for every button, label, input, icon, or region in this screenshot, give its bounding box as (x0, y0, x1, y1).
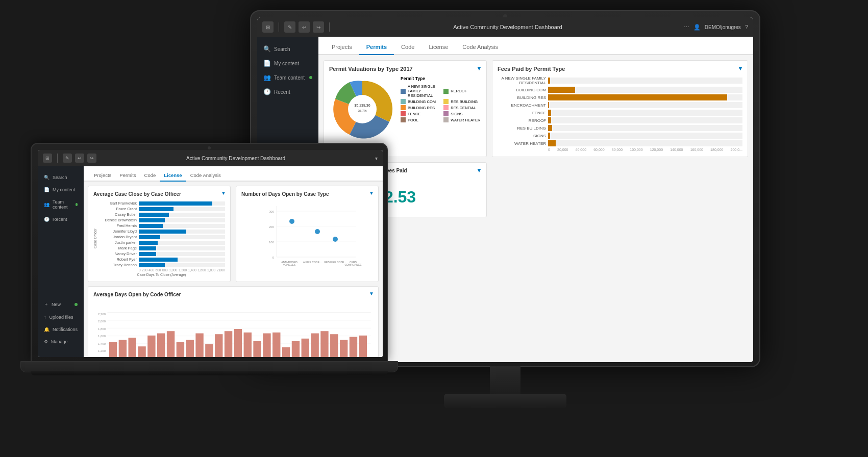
officer-8: Justin parker (98, 240, 139, 245)
hbar-label-7: RES BUILDING (498, 126, 546, 131)
filter-icon-1[interactable]: ▼ (476, 65, 482, 72)
hbar-label-5: FENCE (498, 111, 546, 115)
filter-icon-3[interactable]: ▼ (476, 167, 482, 174)
avg-days-bar-chart: 2,200 2,000 1,800 1,600 1,400 1,200 1,00… (93, 301, 373, 357)
officer-9: Mark Page (98, 246, 139, 250)
laptop-toolbar-title: Active Community Development Dashboard (100, 156, 372, 161)
tab-code[interactable]: Code (394, 40, 421, 55)
undo-icon[interactable]: ↩ (299, 21, 310, 33)
help-icon[interactable]: ? (745, 24, 748, 30)
svg-rect-58 (320, 331, 328, 357)
permit-valuations-title: Permit Valuations by Type 2017 (329, 66, 481, 72)
svg-text:1,800: 1,800 (98, 327, 106, 331)
laptop-grid-icon[interactable]: ⊞ (43, 154, 52, 163)
laptop-tab-code[interactable]: Code (140, 170, 160, 182)
svg-rect-41 (157, 334, 165, 357)
laptop-sidebar-upload[interactable]: ↑Upload files (38, 311, 84, 323)
tab-permits[interactable]: Permits (359, 40, 394, 55)
svg-rect-53 (272, 333, 280, 357)
hbar-label-8: SIGNS (498, 134, 546, 138)
laptop-base-bottom (31, 371, 388, 375)
svg-rect-48 (225, 331, 232, 357)
laptop-undo-icon[interactable]: ↩ (75, 154, 84, 163)
share-icon[interactable]: ⋯ (684, 24, 689, 31)
svg-rect-55 (292, 341, 300, 357)
svg-text:200: 200 (269, 225, 275, 229)
hbar-label-6: REROOF (498, 118, 546, 123)
case-close-panel: ▼ Average Case Close by Case Officer Cas… (88, 186, 231, 282)
laptop-sidebar-bottom: ＋New ↑Upload files 🔔Notifications ⚙Manag… (38, 293, 84, 352)
sidebar-item-teamcontent[interactable]: 👥 Team content (257, 70, 318, 85)
case-close-title: Average Case Close by Case Officer (93, 191, 225, 197)
laptop-bell-icon: 🔔 (44, 327, 49, 332)
laptop-pencil-icon[interactable]: ✎ (63, 154, 72, 163)
tab-projects[interactable]: Projects (325, 40, 359, 55)
hbar-label-9: WATER HEATER (498, 141, 546, 146)
officer-5: Fred Hernia (98, 223, 139, 228)
fees-paid-title: Fees Paid by Permit Type (498, 66, 742, 72)
grid-icon[interactable]: ⊞ (262, 21, 274, 33)
laptop-team-dot (76, 203, 78, 206)
svg-rect-60 (340, 340, 348, 357)
svg-text:2,000: 2,000 (98, 320, 106, 323)
officer-1: Bart Frankovisk (98, 201, 139, 206)
laptop-filter-1[interactable]: ▼ (221, 190, 226, 196)
filter-icon-2[interactable]: ▼ (737, 65, 743, 72)
monitor-toolbar-actions: ⋯ 👤 DEMO\jonugres ? (684, 24, 748, 31)
user-icon[interactable]: 👤 (693, 24, 701, 31)
svg-text:VEHICLES: VEHICLES (283, 263, 296, 266)
svg-rect-52 (263, 334, 270, 357)
days-open-title: Number of Days Open by Case Type (241, 191, 373, 197)
monitor-tabs: Projects Permits Code License Code Analy… (318, 37, 753, 55)
sidebar-item-recent[interactable]: 🕐 Recent (257, 85, 318, 99)
laptop-sidebar-notifications[interactable]: 🔔Notifications (38, 323, 84, 336)
laptop-sidebar-teamcontent[interactable]: 👥Team content (38, 196, 84, 213)
laptop-filter-2[interactable]: ▼ (369, 190, 374, 196)
laptop-redo-icon[interactable]: ↪ (87, 154, 96, 163)
laptop-sidebar-new[interactable]: ＋New (38, 297, 84, 311)
svg-rect-44 (186, 340, 194, 357)
pencil-icon[interactable]: ✎ (284, 21, 295, 33)
sidebar-label-teamcontent: Team content (274, 75, 305, 81)
laptop-tab-projects[interactable]: Projects (90, 170, 115, 182)
svg-rect-57 (311, 334, 318, 357)
svg-text:1,600: 1,600 (98, 335, 106, 338)
monitor-stand-neck (490, 366, 520, 397)
laptop-sidebar-manage[interactable]: ⚙Manage (38, 336, 84, 348)
officer-3: Casey Butler (98, 212, 139, 217)
tab-license[interactable]: License (421, 40, 455, 55)
laptop-sidebar-mycontent[interactable]: 📄My content (38, 184, 84, 196)
tab-code-analysis[interactable]: Code Analysis (455, 40, 505, 55)
officer-6: Jennifer Lloyd (98, 229, 139, 234)
laptop-sidebar-recent[interactable]: 🕐Recent (38, 213, 84, 225)
sidebar-item-search[interactable]: 🔍 Search (257, 42, 318, 56)
laptop-search-icon: 🔍 (44, 175, 49, 180)
laptop-upload-icon: ↑ (44, 315, 46, 320)
svg-rect-54 (282, 347, 290, 357)
fees-paid-panel: ▼ Fees Paid by Permit Type A NEW SINGLE … (492, 60, 748, 157)
officer-10: Nancy Driver (98, 251, 139, 256)
hbar-label-2: BUILDING COM (498, 88, 546, 92)
svg-rect-38 (129, 338, 136, 357)
user-label: DEMO\jonugres (705, 24, 741, 30)
laptop-sidebar-search[interactable]: 🔍Search (38, 171, 84, 184)
laptop-tab-code-analysis[interactable]: Code Analysis (186, 170, 225, 182)
laptop-clock-icon: 🕐 (44, 217, 49, 222)
laptop-tab-license[interactable]: License (160, 170, 186, 182)
laptop-filter-3[interactable]: ▼ (369, 291, 374, 296)
svg-text:1,400: 1,400 (98, 342, 106, 345)
officer-7: Jordan Bryant (98, 235, 139, 239)
file-icon: 📄 (263, 60, 271, 67)
svg-text:300: 300 (269, 210, 275, 213)
sidebar-item-mycontent[interactable]: 📄 My content (257, 56, 318, 70)
y-axis-label: Case Officer (93, 201, 97, 276)
svg-rect-62 (359, 336, 367, 357)
clock-icon: 🕐 (263, 88, 271, 95)
laptop-team-icon: 👥 (44, 202, 49, 207)
laptop-file-icon: 📄 (44, 187, 49, 192)
redo-icon[interactable]: ↪ (313, 21, 324, 33)
laptop-dropdown-icon[interactable]: ▾ (375, 156, 378, 161)
laptop-tab-permits[interactable]: Permits (115, 170, 140, 182)
svg-rect-51 (253, 341, 261, 357)
laptop-base (20, 361, 398, 372)
